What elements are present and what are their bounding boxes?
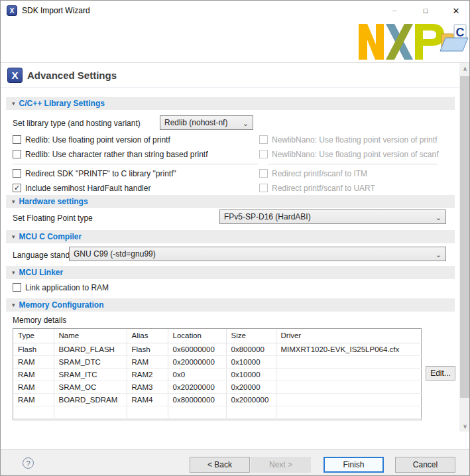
table-row[interactable]: RAMBOARD_SDRAM RAM40x80000000 0x2000000: [13, 393, 422, 406]
svg-text:C: C: [456, 26, 465, 39]
collapse-triangle-icon: ▾: [12, 302, 15, 308]
language-standard-dropdown[interactable]: GNU C99 (-std=gnu99) ⌄: [69, 247, 446, 261]
collapse-triangle-icon: ▾: [12, 269, 15, 276]
chevron-down-icon: ⌄: [436, 248, 441, 261]
cancel-button[interactable]: Cancel: [395, 457, 455, 473]
checkbox-box-checked: ✓: [13, 184, 21, 192]
col-size[interactable]: Size: [226, 329, 276, 343]
checkbox-newlibnano-float-printf: NewlibNano: Use floating point version o…: [259, 135, 437, 145]
wizard-content: X Advanced Settings ▾C/C++ Library Setti…: [1, 63, 459, 432]
floating-point-label: Set Floating Point type: [13, 213, 93, 223]
col-location[interactable]: Location: [168, 329, 226, 343]
footer-gap: [1, 432, 470, 449]
checkbox-newlibnano-float-scanf: NewlibNano: Use floating point version o…: [259, 149, 438, 159]
collapse-triangle-icon: ▾: [12, 100, 15, 107]
maximize-button[interactable]: □: [410, 1, 441, 21]
checkbox-redirect-uart: Redirect printf/scanf to UART: [259, 183, 375, 193]
page-title: Advanced Settings: [27, 70, 117, 81]
scroll-up-icon[interactable]: ∧: [459, 63, 470, 74]
minimize-button[interactable]: –: [379, 1, 410, 21]
close-button[interactable]: ✕: [441, 1, 470, 21]
section-mcu-linker[interactable]: ▾MCU Linker: [6, 266, 455, 279]
checkbox-redlib-char-printf[interactable]: Redlib: Use character rather than string…: [13, 149, 207, 159]
finish-button[interactable]: Finish: [323, 457, 384, 473]
checkbox-box: [259, 150, 268, 158]
help-icon[interactable]: ?: [23, 457, 34, 469]
titlebar: X SDK Import Wizard – □ ✕: [1, 1, 470, 21]
table-row-empty[interactable]: [13, 406, 422, 418]
page-header: X Advanced Settings: [1, 64, 459, 88]
col-alias[interactable]: Alias: [127, 329, 168, 343]
table-row[interactable]: FlashBOARD_FLASH Flash0x60000000 0x80000…: [13, 343, 422, 355]
checkbox-redlib-float-printf[interactable]: Redlib: Use floating point version of pr…: [13, 135, 170, 145]
checkbox-semihost-hardfault[interactable]: ✓ Include semihost HardFault handler: [13, 183, 150, 193]
logo-strip: C: [1, 21, 470, 62]
col-driver[interactable]: Driver: [276, 329, 422, 343]
nxp-letter-p: [415, 24, 444, 60]
nxp-logo: C: [357, 19, 469, 63]
section-mcu-c-compiler[interactable]: ▾MCU C Compiler: [6, 230, 455, 243]
table-row[interactable]: RAMSRAM_DTC RAM0x20000000 0x10000: [13, 355, 422, 368]
checkbox-redirect-sdk-printf[interactable]: Redirect SDK "PRINTF" to C library "prin…: [13, 168, 176, 178]
memory-table: Type Name Alias Location Size Driver Fla…: [13, 328, 422, 420]
scrollbar-thumb[interactable]: [460, 76, 470, 398]
checkbox-box: [259, 135, 268, 144]
checkbox-group-separator: [268, 164, 438, 164]
col-name[interactable]: Name: [54, 329, 127, 343]
footer-bar: ? < Back Next > Finish Cancel: [1, 449, 470, 476]
table-row[interactable]: RAMSRAM_ITC RAM20x0 0x10000: [13, 368, 422, 381]
section-memory-configuration[interactable]: ▾Memory Configuration: [6, 298, 455, 312]
vertical-scrollbar[interactable]: ∧ ∨: [459, 63, 470, 432]
scroll-down-icon[interactable]: ∨: [459, 420, 470, 432]
mcuxpresso-app-icon: X: [7, 5, 17, 16]
table-header-row[interactable]: Type Name Alias Location Size Driver: [13, 329, 422, 343]
section-library-settings[interactable]: ▾C/C++ Library Settings: [6, 97, 455, 110]
floating-point-dropdown[interactable]: FPv5-SP-D16 (HardABI) ⌄: [219, 209, 446, 224]
c-project-folder-icon: C: [440, 25, 468, 51]
window-title: SDK Import Wizard: [22, 6, 90, 15]
memory-details-label: Memory details: [13, 316, 66, 325]
nxp-letter-n: [359, 24, 384, 60]
checkbox-group-separator: [13, 164, 258, 164]
col-type[interactable]: Type: [13, 329, 54, 343]
advanced-settings-icon: X: [7, 68, 23, 83]
section-hardware-settings[interactable]: ▾Hardware settings: [6, 195, 455, 208]
next-button: Next >: [251, 457, 311, 473]
sdk-import-wizard-window: X SDK Import Wizard – □ ✕ C: [0, 0, 470, 476]
checkbox-link-to-ram[interactable]: Link application to RAM: [13, 282, 109, 292]
checkbox-box: [13, 150, 21, 158]
checkmark-icon: ✓: [14, 184, 20, 192]
chevron-down-icon: ⌄: [436, 211, 441, 224]
checkbox-box: [259, 169, 268, 178]
checkbox-redirect-itm: Redirect printf/scanf to ITM: [259, 168, 367, 178]
edit-button[interactable]: Edit...: [426, 366, 455, 381]
checkbox-box: [259, 184, 268, 192]
back-button[interactable]: < Back: [190, 457, 250, 473]
collapse-triangle-icon: ▾: [12, 198, 15, 205]
library-type-dropdown[interactable]: Redlib (nohost-nf) ⌄: [160, 115, 253, 130]
checkbox-box: [13, 169, 21, 178]
library-type-label: Set library type (and hosting variant): [13, 119, 141, 128]
checkbox-box: [13, 283, 21, 292]
checkbox-box: [13, 135, 21, 144]
table-row[interactable]: RAMSRAM_OC RAM30x20200000 0x20000: [13, 381, 422, 393]
collapse-triangle-icon: ▾: [12, 233, 15, 240]
chevron-down-icon: ⌄: [243, 117, 249, 130]
